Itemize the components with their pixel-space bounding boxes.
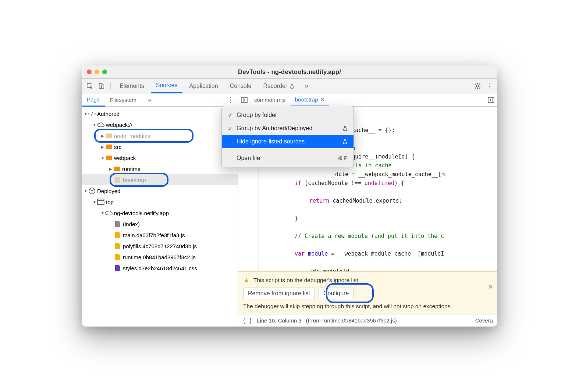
file-icon [115,254,120,260]
menu-group-authored-deployed[interactable]: ✓ Group by Authored/Deployed [222,122,354,135]
device-toolbar-icon[interactable] [96,81,107,91]
menu-separator [222,150,354,150]
menu-label: Open file [237,155,260,161]
ignore-list-warning: ▲ This script is on the debugger's ignor… [238,271,497,314]
menu-group-by-folder[interactable]: ✓ Group by folder [222,108,354,122]
menu-hide-ignore-listed[interactable]: Hide ignore-listed sources [222,135,354,148]
status-bar: { } Line 10, Column 3 (From runtime.0b84… [238,314,497,327]
svg-rect-4 [97,199,104,205]
coverage-label: Covera [475,317,493,324]
tree-index-file[interactable]: (index) [82,218,238,229]
tree-top[interactable]: top [82,196,238,207]
format-braces-icon[interactable]: { } [242,317,252,324]
minimize-window-button[interactable] [95,70,99,74]
tree-bootstrap-file[interactable]: bootstrap [82,174,238,185]
tree-label: top [106,199,114,205]
tree-label: styles.d3e2b24618d2c641.css [123,265,197,271]
traffic-lights [87,70,107,74]
tab-application[interactable]: Application [184,79,223,93]
close-tab-icon[interactable]: ✕ [320,97,324,102]
status-source-link[interactable]: runtime.0b841bad3967f3c2.js [322,317,395,324]
tree-webpack-root[interactable]: webpack:// [82,119,238,130]
folder-icon [106,156,112,160]
tab-console[interactable]: Console [225,79,257,93]
tree-authored[interactable]: ‹/› Authored [82,108,238,119]
titlebar: DevTools - ng-devtools.netlify.app/ [82,65,497,79]
frame-icon [97,199,104,205]
tree-deployed[interactable]: Deployed [82,185,238,196]
menu-label: Group by Authored/Deployed [237,125,312,132]
tree-label: src [114,144,121,150]
tree-label: Authored [97,111,120,117]
inspect-element-icon[interactable] [85,81,95,91]
sources-context-menu: ✓ Group by folder ✓ Group by Authored/De… [221,106,354,167]
tree-host[interactable]: ng-devtools.netlify.app [82,207,238,218]
tree-file[interactable]: runtime.0b841bad3967f3c2.js [82,252,238,263]
toolbar-separator [110,82,111,90]
tree-webpack-folder[interactable]: webpack [82,152,238,163]
editor-tab-label: bootstrap [295,96,318,103]
menu-open-file[interactable]: Open file ⌘ P [222,152,354,165]
main-toolbar: Elements Sources Application Console Rec… [82,79,497,93]
tree-label: polyfills.4c768d7122740d3b.js [123,243,197,249]
toggle-debugger-icon[interactable] [486,95,496,105]
remove-from-ignore-button[interactable]: Remove from ignore list [243,288,315,299]
tab-elements[interactable]: Elements [114,79,149,93]
tree-label: runtime [122,166,141,172]
file-icon [115,232,120,238]
sidebar-kebab-icon[interactable]: ⋮ [225,95,235,105]
status-from: (From runtime.0b841bad3967f3c2.js) [306,317,397,324]
file-icon [115,221,120,227]
tree-label: webpack:// [106,122,132,128]
tree-label: webpack [114,155,136,161]
box-icon [88,187,96,195]
tree-file[interactable]: polyfills.4c768d7122740d3b.js [82,240,238,252]
cloud-icon [97,122,104,127]
editor-tabs: common.mjs bootstrap ✕ [238,93,497,107]
sources-sidebar: Page Filesystem » ⋮ ‹/› Authored webpa [82,93,238,327]
configure-button[interactable]: Configure [319,288,354,299]
toggle-navigator-icon[interactable] [239,95,249,105]
menu-label: Group by folder [237,112,277,118]
sidebar-tab-filesystem[interactable]: Filesystem [105,93,142,107]
tree-file[interactable]: styles.d3e2b24618d2c641.css [82,263,238,274]
warning-body: The debugger will skip stepping through … [243,303,492,310]
sidebar-tabs: Page Filesystem » ⋮ [82,93,238,107]
code-brackets-icon: ‹/› [88,111,96,117]
tree-file[interactable]: main.da63f7b2fe3f1fa3.js [82,229,238,240]
tab-sources[interactable]: Sources [151,79,183,93]
close-window-button[interactable] [87,70,92,74]
tree-label: Deployed [97,188,120,194]
cloud-icon [105,210,113,215]
tree-label: (index) [123,221,140,227]
maximize-window-button[interactable] [102,70,107,74]
editor-tab-bootstrap[interactable]: bootstrap ✕ [291,93,329,107]
tree-label: node_modules [114,133,150,139]
devtools-window: DevTools - ng-devtools.netlify.app/ Elem… [82,65,497,327]
menu-label: Hide ignore-listed sources [237,138,305,145]
flask-icon [342,139,348,144]
tree-node-modules[interactable]: node_modules [82,130,238,141]
tree-src[interactable]: src [82,141,238,152]
more-tabs-icon[interactable]: » [301,81,312,91]
folder-icon [106,145,112,149]
menu-shortcut: ⌘ P [337,155,348,161]
kebab-menu-icon[interactable]: ⋮ [484,81,494,91]
sidebar-more-tabs-icon[interactable]: » [145,95,155,105]
tab-recorder[interactable]: Recorder [258,79,300,93]
settings-gear-icon[interactable] [472,81,483,91]
file-icon [115,177,120,183]
flask-icon [290,83,295,89]
sidebar-tab-page[interactable]: Page [82,93,105,107]
tree-runtime-folder[interactable]: runtime [82,163,238,174]
editor-tab-common[interactable]: common.mjs [250,93,290,107]
tree-label: bootstrap [123,177,146,183]
tree-label: main.da63f7b2fe3f1fa3.js [123,232,185,238]
check-icon: ✓ [228,112,234,119]
warning-icon: ▲ [243,276,250,284]
file-icon [115,265,120,271]
cursor-position: Line 10, Column 3 [257,317,302,324]
folder-icon [114,167,120,171]
svg-point-3 [476,85,479,87]
tab-recorder-label: Recorder [263,83,287,89]
